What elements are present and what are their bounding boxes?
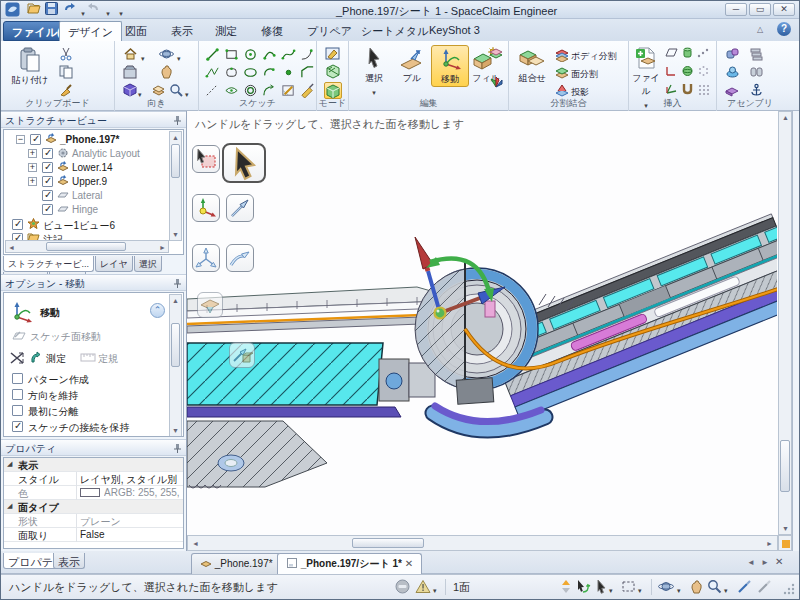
pull-button[interactable]: プル	[395, 45, 429, 85]
scroll-thumb[interactable]	[780, 440, 790, 492]
remember-orientation-label[interactable]: 向きを記憶	[12, 435, 62, 437]
sketch-arc-icon[interactable]	[262, 47, 277, 62]
property-row-color[interactable]: 色ARGB: 255, 255, 25	[4, 486, 183, 500]
zoom-extents-icon[interactable]	[169, 83, 184, 98]
insert-sphere-icon[interactable]	[681, 65, 696, 80]
pan-hand-icon[interactable]	[689, 579, 705, 595]
sketch-move-label[interactable]: スケッチ面移動	[30, 330, 101, 344]
select-tool-button[interactable]	[222, 143, 266, 183]
options-scrollbar[interactable]: ▲ ▼	[169, 294, 182, 437]
doc-tab-model[interactable]: _Phone.197*	[191, 553, 282, 574]
tab-display[interactable]: 表示	[163, 21, 201, 41]
pin-icon[interactable]	[172, 115, 182, 125]
select-button[interactable]: 選択	[355, 45, 393, 97]
view-cube-icon[interactable]	[123, 83, 138, 98]
doc-tab-sheet[interactable]: _Phone.197/シート 1* ✕	[277, 553, 422, 574]
keep-orientation-checkbox[interactable]	[12, 389, 23, 400]
insert-points-icon[interactable]	[697, 47, 712, 62]
scroll-up-arrow[interactable]: ▲	[170, 295, 181, 306]
save-button[interactable]	[45, 2, 61, 17]
assembly-tangent-icon[interactable]	[749, 65, 764, 80]
zoom-mode-dropdown[interactable]	[724, 583, 728, 595]
tab-keyshot[interactable]: KeyShot 3	[421, 21, 488, 41]
split-face-icon[interactable]	[555, 66, 570, 81]
fill-ghost-button[interactable]	[197, 292, 223, 318]
property-row-style[interactable]: スタイルレイヤ別, スタイル別	[4, 472, 183, 486]
select-mode-dropdown[interactable]	[609, 583, 613, 595]
pattern-label[interactable]: パターン作成	[28, 373, 89, 387]
minimize-button[interactable]: ─	[725, 3, 747, 16]
sketch-circle-icon[interactable]	[243, 47, 258, 62]
tree-item-label[interactable]: Upper.9	[72, 176, 107, 187]
move-button[interactable]: 移動	[431, 45, 469, 87]
insert-magnet-icon[interactable]	[681, 83, 696, 98]
close-button[interactable]: ✕	[773, 3, 795, 16]
canvas-horizontal-scrollbar[interactable]: ◄ ►	[187, 535, 778, 551]
tab-selection[interactable]: 選択	[134, 256, 162, 272]
pan-icon[interactable]	[159, 65, 174, 80]
pin-icon[interactable]	[172, 278, 182, 288]
ruler-move-icon[interactable]	[10, 351, 26, 365]
quick-access-more[interactable]	[113, 5, 129, 20]
tab-measure[interactable]: 測定	[207, 21, 245, 41]
measure-pen-icon[interactable]	[737, 579, 753, 595]
insert-axis-icon[interactable]	[665, 65, 680, 80]
open-button[interactable]	[27, 2, 43, 17]
pin-icon[interactable]	[172, 443, 182, 453]
scroll-left-arrow[interactable]: ◄	[190, 538, 201, 549]
property-row-chamfer[interactable]: 面取りFalse	[4, 528, 183, 542]
zoom-icon[interactable]	[707, 579, 723, 595]
scroll-left-arrow[interactable]: ◄	[6, 242, 17, 253]
expander-icon[interactable]	[28, 163, 37, 172]
keep-sketch-connected-checkbox[interactable]	[12, 421, 23, 432]
sketch-line-icon[interactable]	[205, 47, 220, 62]
sketch-point-icon[interactable]	[281, 65, 296, 80]
sketch-tangent-arc-icon[interactable]	[300, 47, 315, 62]
scroll-down-arrow[interactable]: ▼	[780, 523, 791, 534]
tab-drawing[interactable]: 図面	[117, 21, 155, 41]
cut-icon[interactable]	[59, 47, 74, 62]
restore-button[interactable]: ▭	[749, 3, 771, 16]
stop-icon[interactable]	[395, 579, 411, 595]
sketch-trim-icon[interactable]	[281, 83, 296, 98]
spin-dropdown[interactable]	[177, 51, 181, 63]
default-label[interactable]: デフォルト	[104, 435, 155, 437]
sketch-ellipse-icon[interactable]	[243, 65, 258, 80]
scroll-up-arrow[interactable]: ▲	[170, 132, 181, 143]
select-component-button[interactable]	[192, 145, 220, 173]
insert-coordinate-icon[interactable]	[665, 83, 680, 98]
ribbon-collapse-icon[interactable]: △	[757, 25, 763, 34]
doc-tab-close-all-icon[interactable]: ✕	[775, 556, 783, 567]
sketch-construction-line-icon[interactable]	[205, 83, 220, 98]
doc-tab-prev-icon[interactable]: ◄	[747, 558, 755, 567]
sketch-chamfer-icon[interactable]	[300, 65, 315, 80]
detach-first-label[interactable]: 最初に分離	[28, 405, 78, 419]
insert-grid-icon[interactable]	[697, 83, 712, 98]
scroll-thumb[interactable]	[352, 538, 424, 548]
scroll-right-arrow[interactable]: ►	[764, 538, 775, 549]
scroll-down-arrow[interactable]: ▼	[170, 229, 181, 240]
expander-icon[interactable]	[28, 177, 37, 186]
home-view-dropdown[interactable]	[141, 51, 145, 63]
split-body-label[interactable]: ボディ分割	[571, 50, 617, 63]
scroll-thumb[interactable]	[46, 242, 126, 251]
selection-box-dropdown[interactable]	[638, 583, 642, 595]
expander-icon[interactable]	[16, 135, 25, 144]
keep-orientation-label[interactable]: 方向を維持	[28, 389, 78, 403]
insert-plane-icon[interactable]	[665, 47, 680, 62]
canvas-vertical-scrollbar[interactable]: ▲ ▼	[778, 111, 792, 535]
tree-horizontal-scrollbar[interactable]: ◄ ►	[5, 240, 169, 253]
tree-checkbox[interactable]	[42, 176, 53, 187]
orbit-dropdown[interactable]	[677, 583, 681, 595]
property-section-facetype[interactable]: 面タイプ	[4, 500, 183, 514]
layers-icon[interactable]	[151, 83, 166, 98]
pattern-checkbox[interactable]	[12, 373, 23, 384]
sketch-rectangle-icon[interactable]	[224, 47, 239, 62]
assembly-gear-icon[interactable]	[725, 83, 740, 98]
copy-icon[interactable]	[59, 65, 74, 80]
model-viewport[interactable]: ハンドルをドラッグして、選択された面を移動します ▲ ▼ ◄ ►	[187, 111, 793, 551]
sketch-fillet-icon[interactable]	[262, 83, 277, 98]
scroll-up-arrow[interactable]: ▲	[780, 112, 791, 123]
split-body-icon[interactable]	[555, 48, 570, 63]
resize-grip[interactable]	[783, 583, 799, 599]
